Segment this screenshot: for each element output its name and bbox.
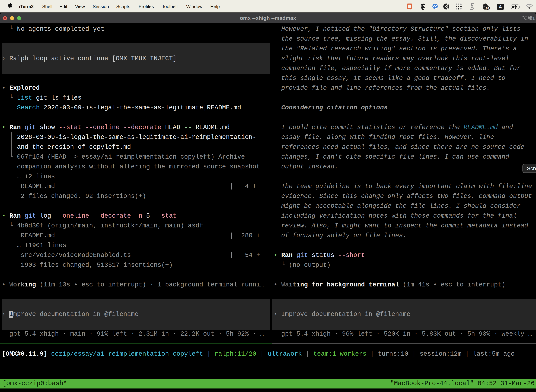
svg-text:..61: ..61	[484, 6, 490, 10]
svg-text:1: 1	[532, 16, 535, 21]
svg-text:A: A	[499, 4, 502, 9]
